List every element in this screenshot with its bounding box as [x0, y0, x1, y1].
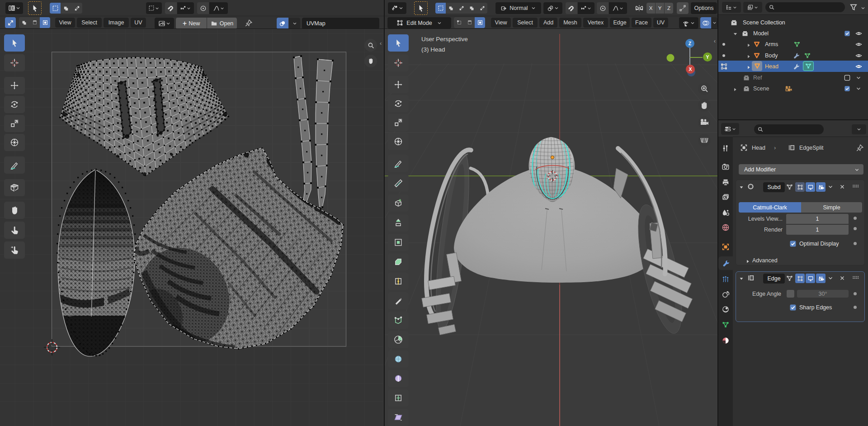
svg-text:User Perspective: User Perspective	[421, 36, 468, 43]
svg-text:Z: Z	[689, 41, 692, 46]
svg-text:‹: ‹	[714, 38, 716, 44]
svg-text:(3) Head: (3) Head	[421, 46, 445, 53]
svg-text:X: X	[689, 66, 692, 72]
svg-text:Y: Y	[706, 54, 709, 60]
